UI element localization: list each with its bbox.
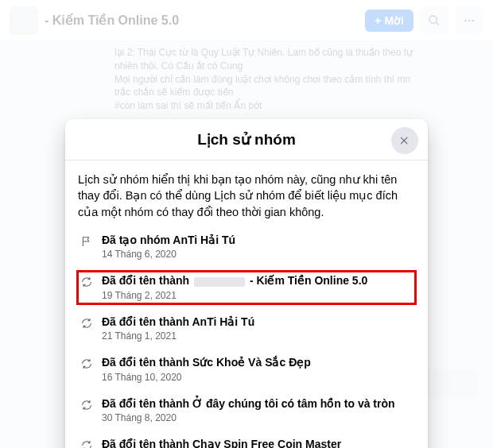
rename-icon — [80, 316, 94, 330]
group-history-modal: Lịch sử nhóm Lịch sử nhóm hiển thị khi b… — [65, 119, 428, 448]
close-icon — [399, 135, 410, 146]
history-item-text: Đã đổi tên thành Chạy Spin Free Coin Mas… — [102, 438, 341, 448]
flag-icon — [80, 234, 94, 249]
modal-intro: Lịch sử nhóm hiển thị khi bạn tạo nhóm n… — [78, 172, 415, 220]
history-item-title: Đã đổi tên thành Ở đây chúng tôi có tâm … — [102, 397, 395, 411]
history-list: Đã tạo nhóm AnTi Hải Tú14 Tháng 6, 2020Đ… — [78, 231, 415, 448]
modal-title: Lịch sử nhóm — [78, 130, 415, 149]
modal-header: Lịch sử nhóm — [65, 119, 428, 160]
history-item-text: Đã đổi tên thành Ở đây chúng tôi có tâm … — [102, 397, 395, 424]
history-item: Đã đổi tên thành AnTi Hải Tú21 Tháng 1, … — [78, 313, 415, 345]
history-item-date: 14 Tháng 6, 2020 — [102, 249, 235, 260]
history-item-date: 30 Tháng 8, 2020 — [102, 412, 395, 423]
rename-icon — [80, 398, 94, 412]
rename-icon — [80, 275, 94, 289]
history-item-text: Đã đổi tên thành - Kiếm Tiền Online 5.01… — [102, 274, 367, 301]
history-item-title: Đã tạo nhóm AnTi Hải Tú — [102, 234, 235, 248]
history-item-text: Đã đổi tên thành Sức Khoẻ Và Sắc Đẹp16 T… — [102, 356, 311, 383]
history-item: Đã đổi tên thành Sức Khoẻ Và Sắc Đẹp16 T… — [78, 353, 415, 385]
history-item: Đã tạo nhóm AnTi Hải Tú14 Tháng 6, 2020 — [78, 231, 415, 263]
history-item-title: Đã đổi tên thành - Kiếm Tiền Online 5.0 — [102, 274, 367, 288]
close-button[interactable] — [391, 127, 418, 154]
history-item-date: 21 Tháng 1, 2021 — [102, 330, 254, 342]
history-item: Đã đổi tên thành Chạy Spin Free Coin Mas… — [78, 435, 415, 448]
history-item-date: 16 Tháng 10, 2020 — [102, 372, 311, 383]
history-item-title: Đã đổi tên thành AnTi Hải Tú — [102, 315, 254, 330]
history-item-title: Đã đổi tên thành Chạy Spin Free Coin Mas… — [102, 438, 341, 448]
modal-body: Lịch sử nhóm hiển thị khi bạn tạo nhóm n… — [65, 160, 428, 448]
history-item: Đã đổi tên thành - Kiếm Tiền Online 5.01… — [78, 272, 415, 303]
redacted-name — [194, 277, 245, 287]
history-item: Đã đổi tên thành Ở đây chúng tôi có tâm … — [78, 395, 415, 427]
history-item-title: Đã đổi tên thành Sức Khoẻ Và Sắc Đẹp — [102, 356, 311, 370]
rename-icon — [80, 357, 94, 371]
modal-overlay[interactable]: Lịch sử nhóm Lịch sử nhóm hiển thị khi b… — [0, 0, 493, 448]
history-item-text: Đã tạo nhóm AnTi Hải Tú14 Tháng 6, 2020 — [102, 234, 235, 261]
history-item-text: Đã đổi tên thành AnTi Hải Tú21 Tháng 1, … — [102, 315, 254, 342]
history-item-date: 19 Tháng 2, 2021 — [102, 290, 367, 301]
rename-icon — [80, 438, 94, 448]
